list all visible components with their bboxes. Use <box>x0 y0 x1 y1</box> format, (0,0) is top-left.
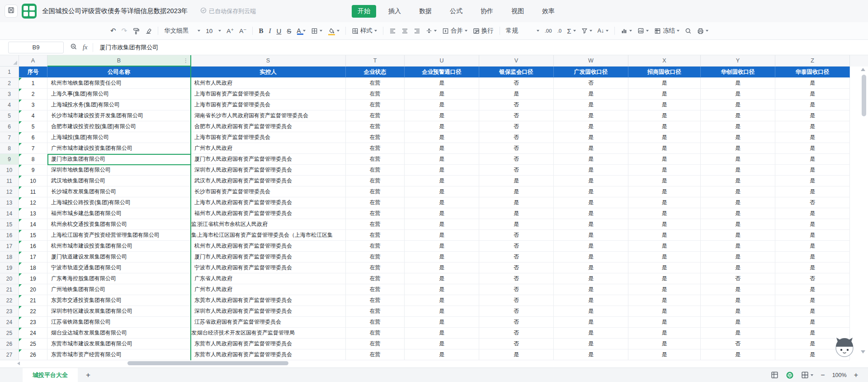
scroll-up-arrow-icon[interactable] <box>861 68 865 71</box>
cell-flag[interactable]: 是 <box>479 197 554 208</box>
cell-flag[interactable]: 是 <box>775 263 850 273</box>
row-header-19[interactable]: 19 <box>0 263 19 273</box>
cell-flag[interactable]: 是 <box>628 295 701 306</box>
table-column-title[interactable]: 华创固收口径 <box>701 67 775 78</box>
cell-seq[interactable]: 1 <box>19 78 47 89</box>
cell-flag[interactable]: 否 <box>479 121 554 132</box>
cell-flag[interactable]: 是 <box>628 186 701 197</box>
cell-flag[interactable]: 是 <box>554 273 628 284</box>
cell-flag[interactable]: 是 <box>701 121 775 132</box>
cell-flag[interactable]: 是 <box>701 100 775 110</box>
row-header-13[interactable]: 13 <box>0 197 19 208</box>
cell-flag[interactable]: 否 <box>479 339 554 349</box>
table-column-title[interactable]: 企业预警通口径 <box>405 67 479 78</box>
cell-company[interactable]: 江苏省铁路集团有限公司 <box>47 317 191 328</box>
strikethrough-button[interactable]: S <box>284 25 294 37</box>
cell-flag[interactable]: 是 <box>701 89 775 100</box>
cell-seq[interactable]: 26 <box>19 349 47 360</box>
row-header-10[interactable]: 10 <box>0 165 19 176</box>
cell-flag[interactable]: 是 <box>405 100 479 110</box>
cell-flag[interactable]: 是 <box>405 154 479 165</box>
cell-flag[interactable]: 是 <box>554 165 628 176</box>
cell-flag[interactable]: 否 <box>479 263 554 273</box>
row-header-27[interactable]: 27 <box>0 349 19 360</box>
cell-status[interactable]: 在营 <box>346 273 405 284</box>
cell-flag[interactable]: 是 <box>405 339 479 349</box>
row-header-25[interactable]: 25 <box>0 328 19 339</box>
column-header-V[interactable]: V <box>479 55 554 67</box>
cell-seq[interactable]: 11 <box>19 186 47 197</box>
row-header-14[interactable]: 14 <box>0 208 19 219</box>
cell-flag[interactable]: 是 <box>405 78 479 89</box>
cell-status[interactable]: 在营 <box>346 132 405 143</box>
save-button[interactable] <box>5 5 18 18</box>
cell-flag[interactable]: 是 <box>628 339 701 349</box>
cell-seq[interactable]: 25 <box>19 339 47 349</box>
cell-flag[interactable]: 是 <box>554 132 628 143</box>
cell-seq[interactable]: 12 <box>19 197 47 208</box>
cell-flag[interactable]: 是 <box>405 241 479 252</box>
cell-flag[interactable]: 否 <box>479 241 554 252</box>
cell-controller[interactable]: 上海市国有资产监督管理委员会 <box>191 89 346 100</box>
cell-flag[interactable]: 是 <box>628 89 701 100</box>
zoom-out-button[interactable]: − <box>821 372 825 378</box>
table-column-title[interactable]: 招商固收口径 <box>628 67 701 78</box>
cell-flag[interactable]: 是 <box>628 154 701 165</box>
zoom-out-icon[interactable] <box>70 43 77 52</box>
filter-button[interactable] <box>579 25 595 37</box>
scroll-left-arrow-icon[interactable] <box>17 362 20 365</box>
cell-company[interactable]: 合肥市建设投资控股(集团)有限公司 <box>47 121 191 132</box>
cell-flag[interactable]: 是 <box>775 110 850 121</box>
cell-flag[interactable]: 是 <box>701 306 775 317</box>
cell-flag[interactable]: 是 <box>701 349 775 360</box>
cell-flag[interactable]: 是 <box>775 89 850 100</box>
bold-button[interactable]: B <box>256 25 266 37</box>
cell-flag[interactable]: 是 <box>628 143 701 154</box>
cell-controller[interactable]: 长沙市国有资产监督管理委员会 <box>191 186 346 197</box>
cell-status[interactable]: 在营 <box>346 186 405 197</box>
cell-flag[interactable]: 是 <box>554 89 628 100</box>
sum-button[interactable]: Σ <box>564 25 578 37</box>
cell-flag[interactable]: 否 <box>479 132 554 143</box>
cell-flag[interactable]: 是 <box>701 328 775 339</box>
row-header-7[interactable]: 7 <box>0 132 19 143</box>
cell-flag[interactable]: 是 <box>628 349 701 360</box>
cell-flag[interactable]: 是 <box>554 263 628 273</box>
cell-flag[interactable]: 是 <box>701 154 775 165</box>
cell-flag[interactable]: 是 <box>628 78 701 89</box>
row-header-18[interactable]: 18 <box>0 252 19 263</box>
cell-flag[interactable]: 是 <box>628 263 701 273</box>
column-header-Z[interactable]: Z <box>775 55 850 67</box>
table-column-title[interactable]: 华泰固收口径 <box>775 67 850 78</box>
cell-status[interactable]: 在营 <box>346 295 405 306</box>
cell-flag[interactable]: 否 <box>775 273 850 284</box>
cell-flag[interactable]: 是 <box>405 230 479 241</box>
column-header-X[interactable]: X <box>628 55 701 67</box>
cell-flag[interactable]: 是 <box>405 186 479 197</box>
cell-controller[interactable]: 广东省人民政府 <box>191 273 346 284</box>
cell-flag[interactable]: 是 <box>405 295 479 306</box>
cell-company[interactable]: 上海城投(集团)有限公司 <box>47 132 191 143</box>
cell-flag[interactable]: 是 <box>554 284 628 295</box>
row-header-1[interactable]: 1 <box>0 67 19 78</box>
redo-button[interactable]: ↷ <box>119 25 130 37</box>
cell-flag[interactable]: 是 <box>405 328 479 339</box>
decrease-decimal-button[interactable]: .0 <box>555 25 565 37</box>
cell-status[interactable]: 在营 <box>346 89 405 100</box>
cell-company[interactable]: 杭州余杭交通投资集团有限公司 <box>47 219 191 230</box>
cell-flag[interactable]: 是 <box>701 317 775 328</box>
app-logo-grid-icon[interactable] <box>22 4 37 19</box>
cell-flag[interactable]: 是 <box>554 100 628 110</box>
cell-flag[interactable]: 是 <box>701 208 775 219</box>
cell-flag[interactable]: 是 <box>405 208 479 219</box>
cell-seq[interactable]: 6 <box>19 132 47 143</box>
cell-flag[interactable]: 是 <box>628 100 701 110</box>
font-increase-button[interactable]: A⁺ <box>224 25 236 37</box>
cell-flag[interactable]: 是 <box>479 89 554 100</box>
cell-flag[interactable]: 是 <box>628 252 701 263</box>
insert-image-button[interactable] <box>635 25 651 37</box>
column-header-B[interactable]: B⋮ <box>47 55 191 67</box>
cell-flag[interactable]: 否 <box>701 339 775 349</box>
cell-flag[interactable]: 是 <box>405 89 479 100</box>
cell-flag[interactable]: 是 <box>405 349 479 360</box>
